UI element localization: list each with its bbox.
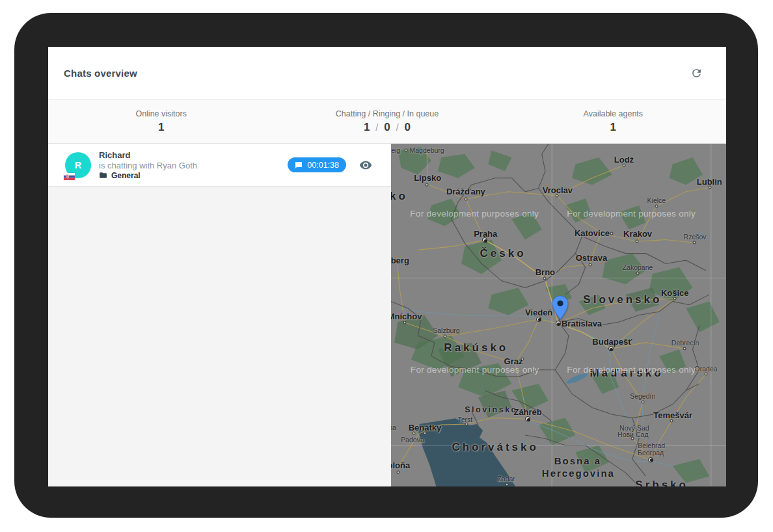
map-label: Ostrava — [576, 253, 607, 263]
map-label: Debrecín — [671, 339, 699, 347]
map-label: Vroclav — [543, 185, 573, 194]
stat-label: Chatting / Ringing / In queue — [336, 109, 439, 118]
chat-timer: 00:01:38 — [307, 161, 339, 170]
slovakia-flag-icon — [64, 173, 75, 180]
map-label: Katovice — [575, 228, 610, 238]
map-watermark: For development purposes only — [411, 364, 539, 374]
stat-value: 1 — [158, 121, 164, 134]
map-label: Bosna a — [554, 455, 601, 466]
map-label: Krakov — [623, 229, 652, 239]
map-marker — [556, 321, 561, 326]
map-label: Zakopané — [623, 263, 653, 271]
map-label: Záhreb — [513, 407, 541, 417]
visitor-location-pin[interactable] — [552, 296, 568, 319]
map-marker — [443, 335, 446, 338]
map-label: Segedín — [630, 392, 655, 400]
map-marker — [555, 194, 558, 197]
map-marker — [622, 164, 625, 167]
chat-timer-badge: 00:01:38 — [288, 157, 346, 172]
map-label: Oradea — [695, 365, 718, 373]
map-label: Padova — [401, 436, 424, 444]
device-frame: Chats overview Online visitors1Chatting … — [14, 13, 758, 518]
map-label: Rzešov — [684, 233, 707, 241]
content: R Richard is — [48, 144, 726, 486]
chat-row-text: Richard is chatting with Ryan Goth Gener… — [99, 150, 288, 180]
map-marker — [543, 276, 546, 280]
avatar-wrap: R — [65, 152, 91, 178]
map-marker — [536, 317, 541, 322]
map-marker — [464, 197, 467, 200]
map-watermark: For development purposes only — [410, 208, 539, 218]
map-label: Lublin — [697, 177, 722, 187]
map-marker — [631, 436, 634, 440]
map-label: Budapešť — [592, 337, 632, 347]
map-marker — [705, 373, 708, 376]
map-marker — [588, 263, 591, 266]
stat-column-0: Online visitors1 — [48, 100, 274, 143]
map-marker — [693, 241, 696, 245]
map-marker — [396, 470, 400, 473]
map-marker — [608, 346, 614, 351]
map-marker — [426, 183, 429, 186]
map-watermark: For development purposes only — [567, 364, 696, 374]
map-marker — [506, 483, 509, 486]
map-label: Benátky — [409, 423, 442, 432]
map-label: Lodž — [614, 155, 634, 165]
map-marker — [521, 358, 524, 361]
map-watermark: For development purposes only — [567, 208, 696, 218]
chat-row[interactable]: R Richard is — [48, 144, 391, 187]
page-title: Chats overview — [64, 68, 137, 79]
map-marker — [636, 240, 639, 243]
map-label: na — [391, 423, 396, 431]
map-label: Salzburg — [433, 326, 459, 334]
map-marker — [673, 297, 677, 300]
map-marker — [670, 419, 673, 423]
app-window: Chats overview Online visitors1Chatting … — [48, 47, 726, 486]
header: Chats overview — [48, 47, 726, 100]
map-marker — [610, 232, 613, 235]
map-marker — [403, 321, 407, 325]
chat-list: R Richard is — [48, 144, 391, 486]
map-marker — [641, 400, 644, 403]
map-label: Hercegovina — [542, 467, 615, 478]
map-label: Mníchov — [391, 312, 422, 321]
stat-label: Available agents — [584, 109, 644, 118]
map-marker — [465, 423, 468, 426]
map-label: Lipsko — [414, 173, 441, 183]
stat-value: 1 — [610, 121, 616, 134]
map-label: Bratislava — [562, 319, 602, 328]
map-marker — [405, 149, 408, 152]
map-label: Česko — [480, 247, 526, 260]
chat-bubble-icon — [295, 161, 303, 169]
watch-chat-button[interactable] — [357, 157, 374, 174]
map-label: Košice — [661, 287, 689, 297]
map-label: Chorvátsko — [452, 441, 539, 454]
visitor-status: is chatting with Ryan Goth — [99, 161, 288, 170]
map-marker — [655, 204, 658, 207]
map-label: Zadar — [497, 475, 515, 483]
map-marker — [648, 457, 653, 462]
map-label: Srbsko — [635, 479, 688, 486]
refresh-icon — [690, 67, 703, 79]
visitor-group: General — [99, 171, 288, 180]
eye-icon — [359, 159, 372, 172]
map-label: oloňa — [391, 460, 410, 470]
map-label: Magdeburg — [410, 146, 444, 154]
visitor-name: Richard — [99, 150, 288, 160]
refresh-button[interactable] — [688, 66, 704, 81]
map-label: Rakúsko — [444, 341, 508, 354]
map-marker — [525, 416, 530, 421]
map-marker — [482, 237, 487, 243]
map-label: ko — [391, 190, 408, 203]
map-label: Београд — [638, 449, 664, 457]
stats-bar: Online visitors1Chatting / Ringing / In … — [48, 100, 726, 144]
map-marker — [683, 347, 686, 351]
stat-column-2: Available agents1 — [500, 100, 726, 143]
map-label: Slovinsko — [465, 405, 518, 414]
group-label: General — [111, 171, 141, 180]
folder-icon — [99, 171, 107, 180]
visitors-map[interactable]: eigMagdeburgLodžLipskoDrážďanyVroclavLub… — [391, 144, 726, 486]
map-marker — [708, 186, 711, 189]
map-label: Temešvár — [653, 410, 692, 420]
map-label: nberg — [391, 256, 409, 265]
